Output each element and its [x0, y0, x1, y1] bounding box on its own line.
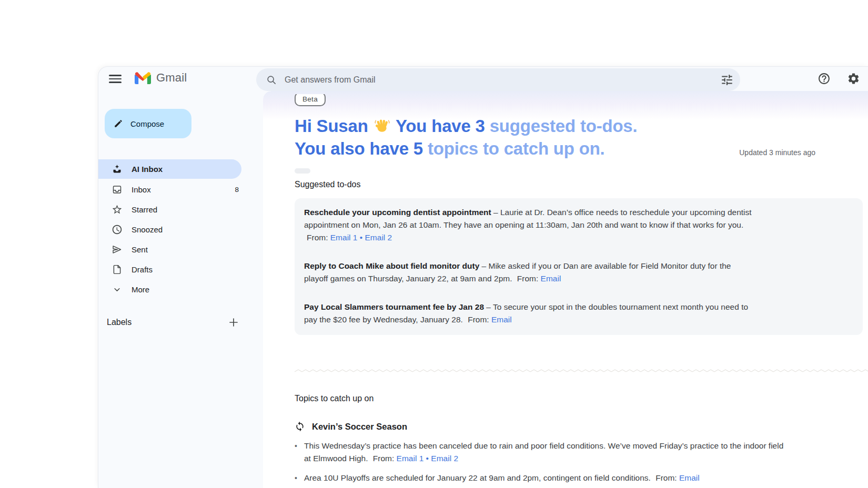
todos-section-title: Suggested to-dos — [295, 180, 868, 189]
send-icon — [111, 243, 123, 255]
todo-title: Pay Local Slammers tournament fee by Jan… — [304, 302, 484, 311]
sidebar-item-more[interactable]: More — [98, 279, 263, 299]
faded-dash-decoration — [295, 168, 310, 174]
from-label: From: — [373, 454, 394, 463]
dash: – — [493, 208, 498, 217]
sidebar-item-label: AI Inbox — [132, 165, 163, 174]
topics-section-title: Topics to catch up on — [295, 394, 868, 403]
sidebar: Compose AI Inbox In — [98, 91, 263, 488]
link-separator: • — [426, 454, 429, 463]
top-bar: Gmail — [98, 67, 868, 91]
sidebar-item-snoozed[interactable]: Snoozed — [98, 219, 263, 239]
waving-hand-emoji — [374, 118, 390, 134]
email-link[interactable]: Email 1 — [397, 454, 424, 463]
help-icon[interactable] — [816, 71, 831, 86]
inbox-icon — [111, 184, 123, 195]
email-link[interactable]: Email — [491, 315, 512, 324]
labels-title: Labels — [107, 318, 132, 327]
sidebar-item-starred[interactable]: Starred — [98, 199, 263, 219]
compose-pencil-icon — [113, 118, 124, 129]
from-label: From: — [468, 315, 489, 324]
compose-button[interactable]: Compose — [105, 109, 191, 138]
gmail-window: Gmail — [98, 67, 868, 488]
sidebar-item-drafts[interactable]: Drafts — [98, 259, 263, 279]
greeting-line-1: Hi Susan You have 3 — [295, 115, 868, 137]
settings-gear-icon[interactable] — [846, 71, 861, 86]
sidebar-item-label: Drafts — [132, 265, 153, 274]
suggested-todos-card: Reschedule your upcoming dentist appoint… — [295, 198, 863, 335]
bullet-dot: • — [295, 472, 304, 484]
beta-badge-wrap: Beta — [295, 94, 342, 108]
dash: – — [486, 302, 491, 311]
sidebar-nav: AI Inbox Inbox 8 Starred — [98, 159, 263, 299]
sidebar-item-label: Snoozed — [132, 225, 163, 234]
search-bar[interactable] — [256, 68, 740, 91]
dash: – — [482, 261, 487, 270]
topic-bullets: • This Wednesday’s practice has been can… — [295, 440, 868, 488]
email-link[interactable]: Email — [541, 274, 561, 283]
ai-inbox-icon — [111, 164, 123, 175]
wavy-divider — [295, 369, 868, 373]
search-input[interactable] — [285, 75, 715, 85]
todo-item: Reschedule your upcoming dentist appoint… — [304, 206, 755, 244]
sidebar-item-label: Starred — [132, 205, 157, 214]
bullet-dot: • — [295, 440, 304, 465]
todo-item: Reply to Coach Mike about field monitor … — [304, 260, 755, 285]
bullet-body: Area 10U Playoffs are scheduled for Janu… — [304, 473, 651, 482]
todo-title: Reschedule your upcoming dentist appoint… — [304, 208, 491, 217]
updated-timestamp: Updated 3 minutes ago — [739, 148, 815, 157]
gmail-logo — [135, 72, 151, 84]
add-label-plus-icon[interactable] — [227, 316, 240, 329]
gmail-brand[interactable]: Gmail — [135, 71, 187, 85]
topic-bullet: • Area 10U Playoffs are scheduled for Ja… — [295, 472, 868, 484]
from-label: From: — [655, 473, 677, 482]
chevron-down-icon — [111, 283, 123, 295]
sidebar-item-sent[interactable]: Sent — [98, 239, 263, 259]
email-link[interactable]: Email — [679, 473, 700, 482]
main-panel: Beta Hi Susan — [263, 91, 868, 488]
topic-group-header: Kevin’s Soccer Season — [295, 421, 868, 432]
from-label: From: — [307, 233, 328, 242]
sidebar-item-ai-inbox[interactable]: AI Inbox — [98, 159, 241, 179]
labels-section-header: Labels — [98, 315, 263, 330]
hamburger-menu-icon[interactable] — [109, 74, 122, 84]
tune-icon[interactable] — [720, 73, 734, 87]
draft-document-icon — [111, 263, 123, 275]
sidebar-item-inbox[interactable]: Inbox 8 — [98, 179, 263, 199]
search-icon — [266, 74, 277, 86]
link-separator: • — [360, 233, 362, 242]
topic-group-title: Kevin’s Soccer Season — [312, 422, 407, 432]
inbox-unread-count: 8 — [235, 186, 239, 194]
topic-bullet: • This Wednesday’s practice has been can… — [295, 440, 868, 465]
from-label: From: — [517, 274, 538, 283]
loop-icon — [295, 421, 305, 432]
beta-badge: Beta — [295, 94, 326, 106]
star-icon — [111, 204, 123, 215]
email-link[interactable]: Email 2 — [431, 454, 458, 463]
clock-icon — [111, 223, 123, 235]
sidebar-item-label: Inbox — [132, 185, 151, 194]
app-name: Gmail — [156, 71, 187, 85]
topbar-actions — [816, 71, 861, 86]
todo-title: Reply to Coach Mike about field monitor … — [304, 261, 479, 270]
email-link[interactable]: Email 2 — [365, 233, 392, 242]
compose-label: Compose — [130, 119, 164, 128]
email-link[interactable]: Email 1 — [330, 233, 358, 242]
sidebar-item-label: More — [132, 285, 149, 294]
todo-item: Pay Local Slammers tournament fee by Jan… — [304, 301, 755, 326]
sidebar-item-label: Sent — [132, 245, 148, 254]
